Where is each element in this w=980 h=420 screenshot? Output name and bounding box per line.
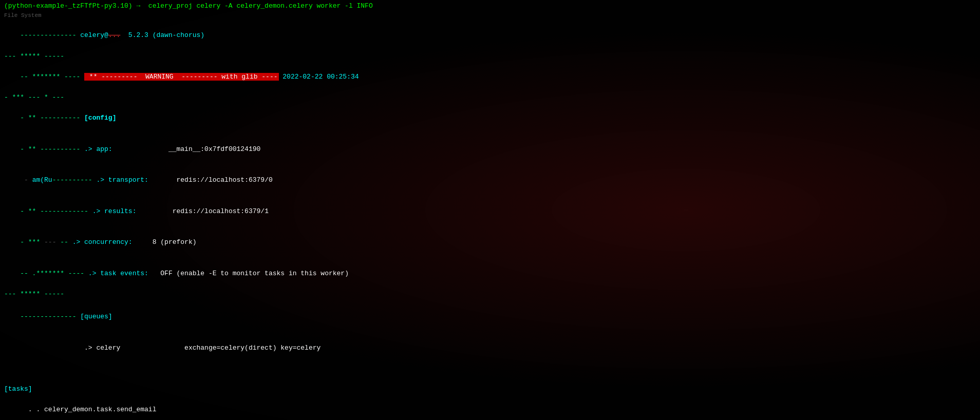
border-dashes: -------------- [20, 31, 80, 39]
queues-celery-entry: .> celery exchange=celery(direct) key=ce… [4, 332, 976, 363]
config-task-events: -- .******* ---- .> task events: OFF (en… [4, 258, 976, 289]
stars-line-2: -- ******* ---- ** --------- WARNING ---… [4, 62, 976, 92]
blank-2 [4, 374, 976, 384]
terminal-window: (python-example-_tzFTfPt-py3.10) → celer… [0, 0, 980, 420]
prompt-line: (python-example-_tzFTfPt-py3.10) → celer… [4, 1, 976, 11]
stars-line-3: - *** --- * --- [4, 92, 976, 103]
config-transport: - am(Ru---------- .> transport: redis://… [4, 165, 976, 196]
stars-line-1: --- ***** ----- [4, 51, 976, 62]
task-item: . . celery_demon.task.send_email [4, 394, 976, 420]
stars-line-4: --- ***** ----- [4, 289, 976, 299]
queues-section-header: -------------- [queues] [4, 301, 976, 332]
config-concurrency: - *** --- -- .> concurrency: 8 (prefork) [4, 227, 976, 258]
config-section-header: - ** ---------- [config] [4, 103, 976, 133]
config-results: - ** ------------ .> results: redis://lo… [4, 196, 976, 227]
config-app: - ** ---------- .> app: __main__:0x7fdf0… [4, 134, 976, 165]
blank-1 [4, 364, 976, 374]
filesystem-label: File System [4, 11, 976, 20]
tasks-section-header: [tasks] [4, 384, 976, 394]
header-border1: -------------- celery@... 5.2.3 (dawn-ch… [4, 20, 976, 51]
celery-version: celery@... 5.2.3 (dawn-chorus) [80, 31, 204, 39]
